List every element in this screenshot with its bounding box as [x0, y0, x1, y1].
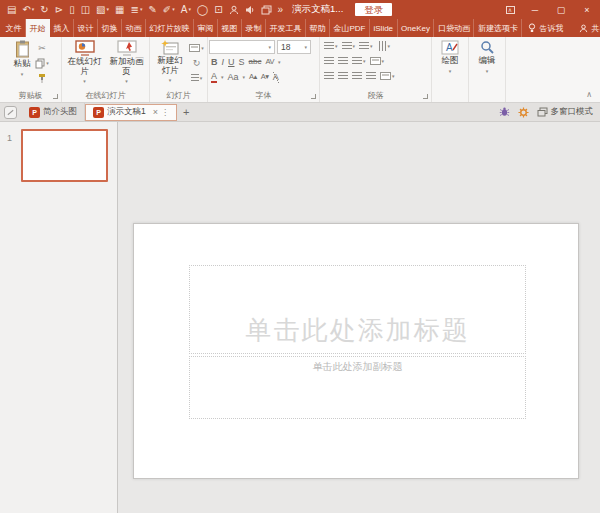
- tab-help[interactable]: 帮助: [306, 19, 330, 37]
- align-right-button[interactable]: [352, 72, 362, 80]
- text-direction-button[interactable]: ▾: [377, 42, 391, 50]
- title-placeholder[interactable]: 单击此处添加标题: [189, 265, 526, 354]
- tab-record[interactable]: 录制: [242, 19, 266, 37]
- online-slides-button[interactable]: 在线幻灯片 ▾: [65, 38, 105, 87]
- align-left-button[interactable]: [324, 72, 334, 80]
- qat-overflow-icon[interactable]: »: [275, 0, 287, 19]
- tab-animations[interactable]: 动画: [122, 19, 146, 37]
- slide-thumbnail[interactable]: [21, 129, 108, 182]
- tab-new-tab[interactable]: 新建选项卡: [474, 19, 522, 37]
- decrease-indent-button[interactable]: [324, 57, 334, 65]
- slides-group: 新建幻灯片 ▾ ▾ ↻ ▾ 幻灯片: [150, 37, 208, 102]
- new-animation-page-button[interactable]: 新加动画页 ▾: [107, 38, 147, 87]
- tab-slideshow[interactable]: 幻灯片放映: [146, 19, 194, 37]
- convert-smartart-button[interactable]: ▾: [380, 72, 395, 80]
- add-person-icon[interactable]: [226, 5, 242, 15]
- read-aloud-icon[interactable]: [242, 5, 258, 15]
- change-case-button[interactable]: Aa: [228, 71, 239, 83]
- new-presentation-icon[interactable]: ▯: [66, 0, 78, 19]
- format-painter-button[interactable]: [35, 72, 50, 84]
- shrink-font-button[interactable]: A▾: [261, 71, 269, 83]
- align-text-button[interactable]: ▾: [370, 57, 385, 65]
- sign-in-button[interactable]: 登录: [355, 3, 392, 16]
- new-slide-button[interactable]: 新建幻灯片 ▾: [153, 38, 187, 86]
- underline-button[interactable]: U: [228, 56, 235, 68]
- close-tab-icon[interactable]: ×: [153, 107, 158, 117]
- font-dialog-launcher[interactable]: [311, 94, 316, 99]
- text-shadow-button[interactable]: S: [239, 56, 245, 68]
- justify-button[interactable]: [366, 72, 376, 80]
- close-button[interactable]: ×: [574, 0, 600, 19]
- clipboard-dialog-launcher[interactable]: [53, 94, 58, 99]
- paragraph-dialog-launcher[interactable]: [423, 94, 428, 99]
- tab-jinshan-pdf[interactable]: 金山PDF: [330, 19, 370, 37]
- pen-icon[interactable]: ✎: [145, 0, 159, 19]
- bullets-button[interactable]: ▾: [324, 42, 338, 50]
- editing-button[interactable]: 编辑 ▾: [477, 38, 498, 76]
- tab-pocket-animation[interactable]: 口袋动画: [434, 19, 474, 37]
- selection-icon[interactable]: ⊡: [211, 0, 225, 19]
- tab-file[interactable]: 文件: [2, 19, 26, 37]
- plugin-bug-icon[interactable]: [499, 107, 510, 117]
- tab-view[interactable]: 视图: [218, 19, 242, 37]
- highlighter-icon[interactable]: ✐▾: [160, 0, 178, 19]
- columns-button[interactable]: ▾: [352, 57, 366, 65]
- tab-home[interactable]: 开始: [26, 19, 50, 37]
- tab-more-icon[interactable]: ⋮: [161, 108, 169, 117]
- redo-icon[interactable]: ↻: [37, 0, 51, 19]
- oval-shape-icon[interactable]: ◯: [194, 0, 211, 19]
- multi-window-mode-button[interactable]: 多窗口模式: [537, 106, 594, 118]
- start-slideshow-icon[interactable]: ⊳: [52, 0, 66, 19]
- switch-windows-icon[interactable]: [258, 5, 275, 15]
- drawing-icon: A: [441, 40, 459, 55]
- share-button[interactable]: 共享: [569, 19, 600, 37]
- cut-button[interactable]: ✂: [35, 42, 50, 54]
- tab-insert[interactable]: 插入: [50, 19, 74, 37]
- italic-button[interactable]: I: [222, 56, 225, 68]
- slide-canvas[interactable]: 单击此处添加标题 单击此处添加副标题: [133, 223, 579, 479]
- person-icon: [579, 24, 588, 33]
- drawing-button[interactable]: A 绘图 ▾: [439, 38, 461, 76]
- copy-button[interactable]: ▾: [35, 57, 50, 69]
- font-color-icon[interactable]: A▾: [178, 0, 194, 19]
- numbering-button[interactable]: ▾: [342, 42, 356, 50]
- table-icon[interactable]: ▦: [112, 0, 127, 19]
- tab-onekey[interactable]: OneKey: [398, 19, 435, 37]
- tab-islide[interactable]: iSlide: [370, 19, 398, 37]
- align-center-button[interactable]: [338, 72, 348, 80]
- layout-button[interactable]: ▾: [189, 42, 204, 54]
- tab-transitions[interactable]: 切换: [98, 19, 122, 37]
- settings-gear-icon[interactable]: [518, 107, 529, 118]
- format-icon[interactable]: ≣▾: [128, 0, 146, 19]
- maximize-button[interactable]: ▢: [548, 0, 574, 19]
- character-spacing-button[interactable]: AV: [265, 56, 273, 68]
- session-manager-icon[interactable]: [4, 106, 17, 119]
- font-size-combo[interactable]: 18▾: [277, 40, 311, 54]
- minimize-button[interactable]: ─: [522, 0, 548, 19]
- print-preview-icon[interactable]: ◫: [78, 0, 93, 19]
- save-icon[interactable]: ▤: [4, 0, 19, 19]
- bold-button[interactable]: B: [211, 56, 218, 68]
- picture-icon[interactable]: ▧▾: [93, 0, 112, 19]
- font-name-combo[interactable]: ▾: [209, 40, 275, 54]
- tab-review[interactable]: 审阅: [194, 19, 218, 37]
- section-button[interactable]: ▾: [189, 72, 204, 84]
- tab-developer[interactable]: 开发工具: [266, 19, 306, 37]
- strikethrough-button[interactable]: abc: [249, 56, 262, 68]
- font-color-button[interactable]: A: [211, 71, 217, 83]
- collapse-ribbon-icon[interactable]: ∧: [586, 90, 592, 99]
- doc-tab-intro[interactable]: P 简介头图: [22, 103, 85, 122]
- tell-me-button[interactable]: 告诉我: [522, 19, 569, 37]
- subtitle-placeholder[interactable]: 单击此处添加副标题: [189, 356, 526, 419]
- tab-design[interactable]: 设计: [74, 19, 98, 37]
- grow-font-button[interactable]: A▴: [249, 71, 257, 83]
- new-doc-tab-button[interactable]: +: [177, 106, 195, 118]
- reset-slide-button[interactable]: ↻: [189, 57, 204, 69]
- increase-indent-button[interactable]: [338, 57, 348, 65]
- paste-button[interactable]: 粘贴 ▾: [12, 38, 33, 79]
- clear-formatting-button[interactable]: A: [273, 71, 279, 83]
- doc-tab-presentation1[interactable]: P 演示文稿1 × ⋮: [85, 104, 177, 121]
- undo-icon[interactable]: ↶▾: [19, 0, 37, 19]
- line-spacing-button[interactable]: ▾: [359, 42, 373, 50]
- ribbon-display-options-icon[interactable]: ∧: [498, 0, 522, 19]
